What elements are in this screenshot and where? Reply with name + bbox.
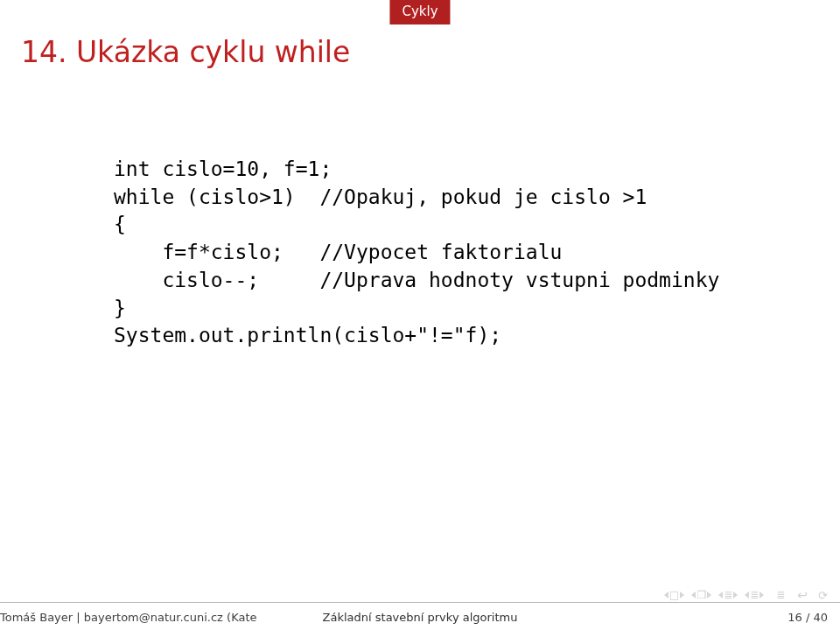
nav-icons: □ ❐ ≣ ≣ ≣ ↩ ⟳ [664, 588, 828, 602]
nav-next-icon [680, 592, 684, 598]
nav-prev-icon [718, 592, 723, 598]
nav-sec-icon: ≣ [750, 590, 759, 600]
section-tab: Cykly [389, 0, 450, 24]
nav-back-icon[interactable]: ↩ [797, 588, 808, 602]
nav-subsection[interactable]: ≣ [718, 590, 738, 600]
nav-next-icon [707, 592, 711, 598]
nav-sub-icon: ≣ [724, 590, 732, 600]
footer: Tomáš Bayer | bayertom@natur.cuni.cz (Ka… [0, 603, 840, 630]
nav-next-icon [760, 592, 764, 598]
nav-slide-icon: □ [669, 590, 679, 600]
nav-frame[interactable]: ❐ [691, 590, 711, 600]
nav-prev-icon [691, 592, 696, 598]
nav-next-icon [733, 592, 738, 598]
footer-page-number: 16 / 40 [788, 611, 828, 624]
nav-frame-icon: ❐ [696, 590, 706, 600]
nav-loop-icon[interactable]: ⟳ [818, 589, 828, 602]
footer-title: Základní stavební prvky algoritmu [323, 611, 518, 624]
nav-slide[interactable]: □ [664, 590, 684, 600]
nav-prev-icon [745, 592, 749, 598]
footer-author: Tomáš Bayer | bayertom@natur.cuni.cz (Ka… [0, 611, 289, 624]
slide-title: 14. Ukázka cyklu while [21, 35, 350, 69]
nav-section[interactable]: ≣ [745, 590, 764, 600]
nav-goto-icon[interactable]: ≣ [776, 590, 785, 600]
slide: { "section": "Cykly", "title": "14. Ukáz… [0, 0, 840, 630]
code-block: int cislo=10, f=1; while (cislo>1) //Opa… [114, 156, 719, 350]
nav-prev-icon [664, 592, 668, 598]
